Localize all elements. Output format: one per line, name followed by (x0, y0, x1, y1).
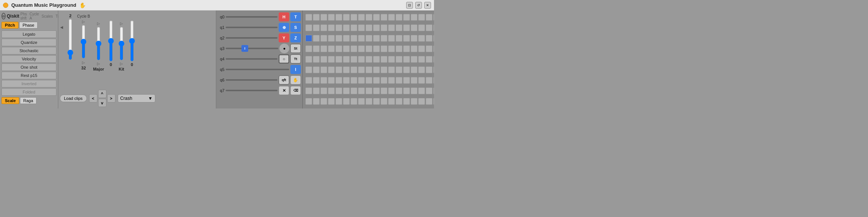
q3-btn2[interactable]: St (290, 44, 301, 53)
transpo-slider[interactable] (107, 20, 115, 62)
legato-button[interactable]: Legato (2, 30, 56, 38)
grid-cell[interactable] (351, 14, 357, 21)
grid-cell[interactable] (335, 87, 342, 94)
grid-cell[interactable] (403, 14, 410, 21)
grid-cell[interactable] (418, 14, 425, 21)
grid-cell[interactable] (343, 56, 350, 63)
window-btn-2[interactable]: ↺ (415, 2, 422, 9)
grid-cell[interactable] (366, 87, 372, 94)
grid-cell[interactable] (335, 77, 342, 84)
grid-cell[interactable] (343, 87, 350, 94)
grid-cell[interactable] (388, 35, 395, 42)
q0-btn2[interactable]: T (290, 12, 301, 21)
folded-button[interactable]: Folded (2, 88, 56, 96)
grid-cell[interactable] (320, 14, 327, 21)
grid-cell[interactable] (373, 45, 380, 52)
grid-cell[interactable] (426, 35, 432, 42)
grid-cell[interactable] (426, 14, 432, 21)
grid-cell[interactable] (328, 98, 335, 105)
grid-cell[interactable] (366, 35, 372, 42)
grid-cell[interactable] (373, 24, 380, 31)
grid-cell[interactable] (366, 45, 372, 52)
grid-cell[interactable] (403, 45, 410, 52)
grid-cell[interactable] (396, 87, 402, 94)
grid-cell[interactable] (328, 14, 335, 21)
grid-cell[interactable] (403, 24, 410, 31)
grid-cell[interactable] (433, 87, 434, 94)
grid-cell[interactable] (373, 35, 380, 42)
grid-cell[interactable] (351, 56, 357, 63)
grid-cell[interactable] (313, 98, 320, 105)
grid-cell[interactable] (388, 24, 395, 31)
grid-cell[interactable] (313, 77, 320, 84)
grid-cell[interactable] (328, 66, 335, 73)
cycle-b-slider[interactable] (80, 25, 87, 59)
grid-cell[interactable] (418, 24, 425, 31)
grid-cell[interactable] (388, 45, 395, 52)
grid-cell[interactable] (320, 56, 327, 63)
grid-cell[interactable] (403, 35, 410, 42)
grid-cell[interactable] (335, 45, 342, 52)
grid-cell[interactable] (305, 66, 312, 73)
grid-cell[interactable] (426, 24, 432, 31)
grid-cell[interactable] (373, 56, 380, 63)
grid-cell[interactable] (418, 77, 425, 84)
grid-cell[interactable] (433, 45, 434, 52)
grid-cell[interactable] (403, 98, 410, 105)
grid-cell[interactable] (313, 35, 320, 42)
grid-cell[interactable] (411, 66, 417, 73)
grid-cell[interactable] (351, 77, 357, 84)
grid-cell[interactable] (328, 87, 335, 94)
grid-cell[interactable] (373, 98, 380, 105)
grid-cell[interactable] (388, 77, 395, 84)
load-clips-button[interactable]: Load clips (60, 95, 87, 102)
grid-cell[interactable] (411, 87, 417, 94)
grid-cell[interactable] (388, 98, 395, 105)
grid-cell[interactable] (381, 66, 387, 73)
grid-cell[interactable] (366, 77, 372, 84)
grid-cell[interactable] (351, 66, 357, 73)
grid-cell[interactable] (366, 98, 372, 105)
grid-cell[interactable] (418, 66, 425, 73)
grid-cell[interactable] (433, 77, 434, 84)
grid-cell[interactable] (366, 66, 372, 73)
grid-cell[interactable] (418, 35, 425, 42)
grid-cell[interactable] (351, 24, 357, 31)
grid-cell[interactable] (358, 35, 365, 42)
stochastic-button[interactable]: Stochastic (2, 47, 56, 54)
grid-cell[interactable] (411, 24, 417, 31)
grid-cell[interactable] (388, 87, 395, 94)
grid-cell[interactable] (358, 56, 365, 63)
grid-cell[interactable] (418, 87, 425, 94)
q2-btn1[interactable]: Y (279, 33, 289, 42)
q4-btn2[interactable]: Tt (290, 54, 301, 63)
grid-cell[interactable] (320, 77, 327, 84)
grid-cell[interactable] (313, 66, 320, 73)
grid-cell[interactable] (305, 24, 312, 31)
grid-cell[interactable] (343, 77, 350, 84)
grid-cell[interactable] (351, 87, 357, 94)
q3-btn1[interactable]: ● (279, 44, 289, 53)
grid-cell[interactable] (381, 98, 387, 105)
grid-cell[interactable] (320, 24, 327, 31)
phase-button[interactable]: Phase (19, 22, 38, 29)
grid-cell[interactable] (351, 98, 357, 105)
grid-cell[interactable] (388, 56, 395, 63)
q3-thumb[interactable]: I (241, 45, 248, 52)
grid-cell[interactable] (426, 87, 432, 94)
grid-cell[interactable] (358, 98, 365, 105)
grid-cell[interactable] (320, 45, 327, 52)
cycle-a-slider[interactable] (67, 19, 74, 60)
kit-arrow-btn[interactable]: ▷ (120, 21, 123, 26)
grid-cell[interactable] (335, 56, 342, 63)
grid-cell[interactable] (313, 24, 320, 31)
grid-cell[interactable] (358, 87, 365, 94)
grid-cell[interactable] (305, 45, 312, 52)
grid-cell[interactable] (396, 35, 402, 42)
grid-cell[interactable] (351, 45, 357, 52)
q2-btn2[interactable]: Z (290, 33, 301, 42)
nav-up-btn[interactable]: ^ (98, 90, 106, 98)
grid-cell[interactable] (433, 98, 434, 105)
grid-cell[interactable] (313, 56, 320, 63)
q5-btn1[interactable]: I (290, 65, 301, 74)
